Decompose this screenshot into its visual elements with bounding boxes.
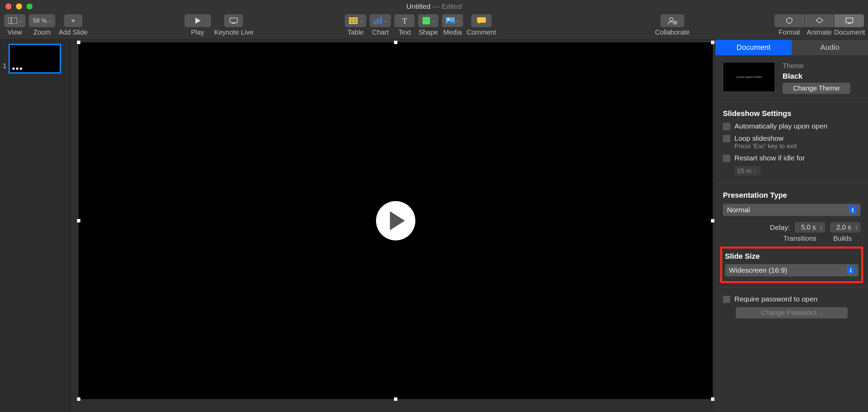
play-icon (390, 211, 405, 230)
keynote-live-icon (229, 17, 239, 24)
document-icon (845, 17, 854, 24)
media-label: Media (443, 28, 462, 36)
chart-label: Chart (372, 28, 389, 36)
titlebar: Untitled — Edited (0, 0, 868, 13)
builds-delay-input[interactable]: 2,0 s ▲▼ (830, 222, 861, 233)
restart-idle-field[interactable]: 15 m ▲▼ (734, 166, 761, 176)
slide-thumbnail[interactable]: ••• (8, 44, 61, 74)
keynote-live-label: Keynote Live (214, 28, 254, 36)
table-button[interactable]: ⌵ (345, 14, 366, 27)
shape-icon (422, 17, 430, 24)
password-label: Require password to open (734, 295, 817, 303)
comment-icon (477, 17, 486, 24)
slide-size-highlight: Slide Size Widescreen (16:9) ▲▼ (720, 247, 863, 283)
view-label: View (7, 28, 22, 36)
play-label: Play (191, 28, 204, 36)
resize-handle[interactable] (394, 41, 397, 44)
add-slide-button[interactable]: + (64, 14, 82, 27)
chevron-down-icon: ⌵ (49, 18, 51, 23)
auto-play-checkbox[interactable] (723, 123, 730, 130)
table-icon (349, 17, 358, 24)
svg-marker-22 (816, 18, 823, 23)
change-theme-button[interactable]: Change Theme (783, 83, 850, 94)
loop-label: Loop slideshow (734, 134, 797, 142)
chart-icon (374, 17, 382, 24)
comment-button[interactable] (471, 14, 492, 27)
media-play-button[interactable] (376, 201, 415, 240)
loop-checkbox[interactable] (723, 135, 730, 142)
slide-canvas[interactable] (71, 40, 715, 412)
play-button[interactable] (184, 14, 211, 27)
chevron-down-icon: ⌵ (360, 18, 362, 23)
animate-icon (815, 17, 824, 24)
restart-label: Restart show if idle for (734, 154, 805, 162)
resize-handle[interactable] (77, 219, 80, 222)
presentation-type-select[interactable]: Normal ▲▼ (723, 204, 861, 216)
media-icon (446, 17, 455, 24)
svg-marker-2 (195, 18, 201, 24)
slide-thumbnail-row: 1 ••• (3, 44, 68, 74)
theme-thumbnail[interactable]: Lorem Ipsum Dolor (723, 62, 775, 92)
chart-button[interactable]: ⌵ (370, 14, 391, 27)
keynote-live-button[interactable] (224, 14, 243, 27)
resize-handle[interactable] (711, 41, 714, 44)
svg-point-14 (447, 18, 449, 20)
svg-rect-11 (377, 19, 379, 24)
select-arrows-icon: ▲▼ (849, 206, 856, 214)
builds-sublabel: Builds (833, 235, 852, 242)
shape-label: Shape (418, 28, 438, 36)
resize-handle[interactable] (77, 397, 80, 401)
svg-rect-12 (380, 17, 382, 24)
collaborate-label: Collaborate (655, 28, 690, 36)
close-button[interactable] (5, 3, 12, 9)
password-checkbox[interactable] (723, 296, 730, 303)
svg-rect-23 (846, 18, 853, 23)
format-icon (785, 17, 793, 24)
change-password-button[interactable]: Change Password... (736, 307, 848, 318)
collaborate-button[interactable] (660, 14, 684, 27)
format-button[interactable] (774, 14, 804, 27)
slide-number: 1 (3, 44, 6, 70)
theme-name: Black (783, 72, 861, 81)
document-button[interactable] (834, 14, 864, 27)
delay-label: Delay: (770, 223, 790, 232)
minimize-button[interactable] (16, 3, 22, 9)
play-icon (195, 18, 201, 24)
stepper-icon[interactable]: ▲▼ (818, 225, 823, 230)
slide-navigator[interactable]: 1 ••• (0, 40, 71, 412)
resize-handle[interactable] (711, 219, 714, 222)
animate-button[interactable] (804, 14, 834, 27)
slide[interactable] (79, 42, 713, 399)
restart-checkbox[interactable] (723, 155, 730, 162)
comment-label: Comment (467, 28, 496, 36)
resize-handle[interactable] (711, 397, 714, 401)
resize-handle[interactable] (394, 397, 397, 401)
window-title: Untitled — Edited (406, 2, 461, 11)
auto-play-label: Automatically play upon open (734, 122, 827, 130)
zoom-button[interactable]: 58 %⌵ (29, 14, 55, 27)
animate-label: Animate (804, 28, 834, 36)
shape-button[interactable]: ⌵ (418, 14, 438, 27)
text-label: Text (398, 28, 411, 36)
media-button[interactable]: ⌵ (442, 14, 463, 27)
text-button[interactable]: T (394, 14, 415, 27)
presentation-type-title: Presentation Type (723, 191, 861, 200)
format-label: Format (774, 28, 804, 36)
view-icon (8, 18, 17, 24)
slideshow-settings-title: Slideshow Settings (723, 109, 861, 118)
view-button[interactable]: ⌵ (4, 14, 25, 27)
resize-handle[interactable] (77, 41, 80, 44)
transitions-delay-input[interactable]: 5,0 s ▲▼ (795, 222, 825, 233)
traffic-lights (0, 3, 33, 9)
tab-document[interactable]: Document (715, 40, 792, 55)
stepper-icon[interactable]: ▲▼ (753, 168, 758, 174)
svg-rect-10 (374, 21, 376, 24)
slide-size-title: Slide Size (725, 252, 859, 261)
loop-sublabel: Press 'Esc' key to exit (734, 142, 797, 150)
tab-audio[interactable]: Audio (792, 40, 868, 55)
stepper-icon[interactable]: ▲▼ (853, 225, 858, 230)
slide-size-select[interactable]: Widescreen (16:9) ▲▼ (725, 264, 859, 276)
fullscreen-button[interactable] (26, 3, 33, 9)
ellipsis-icon: ••• (12, 66, 23, 71)
svg-point-18 (670, 18, 673, 21)
